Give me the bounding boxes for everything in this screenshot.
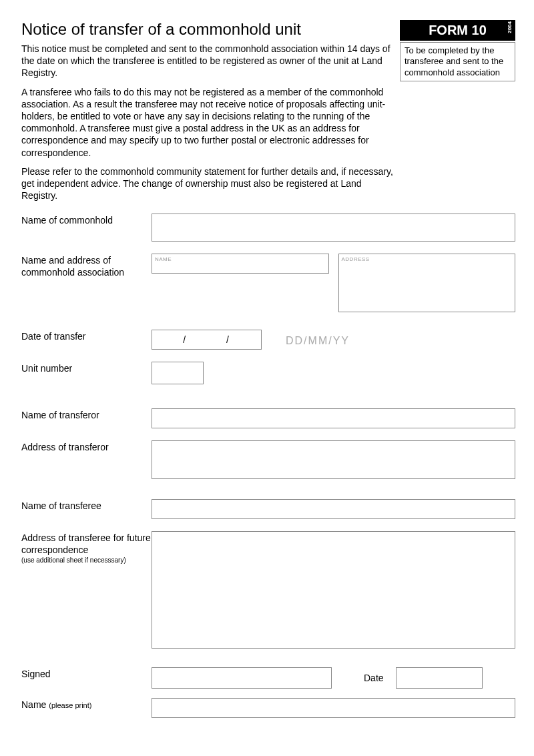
- inner-label-name: NAME: [152, 254, 328, 264]
- input-assoc-address[interactable]: ADDRESS: [338, 254, 516, 312]
- row-addr-transferee: Address of transferee for future corresp…: [21, 531, 515, 649]
- form-label: FORM 10: [429, 23, 487, 37]
- label-name-print: Name (please print): [21, 698, 152, 711]
- form-year: 2004: [507, 21, 513, 33]
- label-addr-transferor: Address of transferor: [21, 440, 152, 454]
- label-date-transfer: Date of transfer: [21, 330, 152, 343]
- row-name-transferee: Name of transferee: [21, 499, 515, 519]
- row-addr-transferor: Address of transferor: [21, 440, 515, 479]
- intro-p2: A transferee who fails to do this may no…: [21, 86, 395, 159]
- form-badge-wrap: FORM 10 2004 To be completed by the tran…: [400, 20, 515, 81]
- row-unit-number: Unit number: [21, 362, 515, 384]
- label-name-commonhold: Name of commonhold: [21, 214, 152, 227]
- label-name-print-sub: (please print): [49, 701, 91, 709]
- date-hint: DD/MM/YY: [286, 332, 350, 347]
- input-name-print[interactable]: [152, 698, 515, 718]
- intro-p3: Please refer to the commonhold community…: [21, 165, 395, 202]
- inner-label-address: ADDRESS: [339, 254, 515, 264]
- row-assoc: Name and address of commonhold associati…: [21, 254, 515, 312]
- row-signed: Signed Date: [21, 667, 515, 689]
- label-addr-transferee: Address of transferee for future corresp…: [21, 531, 152, 565]
- intro-p1: This notice must be completed and sent t…: [21, 43, 395, 79]
- input-signed[interactable]: [152, 667, 332, 689]
- intro: This notice must be completed and sent t…: [21, 43, 395, 202]
- input-assoc-name[interactable]: NAME: [152, 254, 329, 274]
- row-name-print: Name (please print): [21, 698, 515, 718]
- side-note: To be completed by the transferee and se…: [400, 42, 515, 81]
- row-name-commonhold: Name of commonhold: [21, 214, 515, 242]
- label-signed: Signed: [21, 667, 152, 681]
- label-name-transferee: Name of transferee: [21, 499, 152, 512]
- form-badge: FORM 10 2004: [400, 20, 515, 41]
- label-addr-transferee-sub: (use additional sheet if necesssary): [21, 556, 152, 565]
- label-assoc: Name and address of commonhold associati…: [21, 254, 152, 278]
- label-name-print-main: Name: [21, 699, 46, 710]
- row-date-transfer: Date of transfer / / DD/MM/YY: [21, 330, 515, 350]
- label-date: Date: [332, 673, 396, 683]
- label-name-transferor: Name of transferor: [21, 408, 152, 422]
- input-date[interactable]: [396, 667, 483, 689]
- input-name-transferee[interactable]: [152, 499, 515, 519]
- label-unit-number: Unit number: [21, 362, 152, 375]
- input-name-transferor[interactable]: [152, 408, 515, 428]
- input-date-transfer[interactable]: / /: [152, 330, 262, 350]
- date-separators: / /: [152, 334, 261, 345]
- input-addr-transferor[interactable]: [152, 440, 515, 479]
- input-addr-transferee[interactable]: [152, 531, 515, 649]
- label-addr-transferee-main: Address of transferee for future corresp…: [21, 532, 151, 555]
- input-name-commonhold[interactable]: [152, 214, 515, 242]
- header: Notice of transfer of a commonhold unit …: [21, 20, 515, 39]
- row-name-transferor: Name of transferor: [21, 408, 515, 428]
- input-unit-number[interactable]: [152, 362, 204, 384]
